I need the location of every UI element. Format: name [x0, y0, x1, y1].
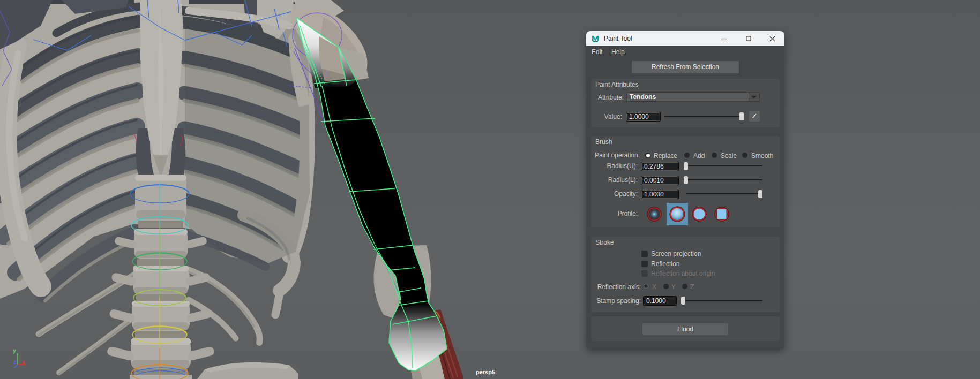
- svg-text:y: y: [13, 348, 16, 354]
- svg-text:persp5: persp5: [476, 369, 495, 375]
- svg-text:x: x: [22, 359, 25, 365]
- svg-text:1: 1: [326, 70, 329, 76]
- svg-text:z: z: [13, 359, 16, 365]
